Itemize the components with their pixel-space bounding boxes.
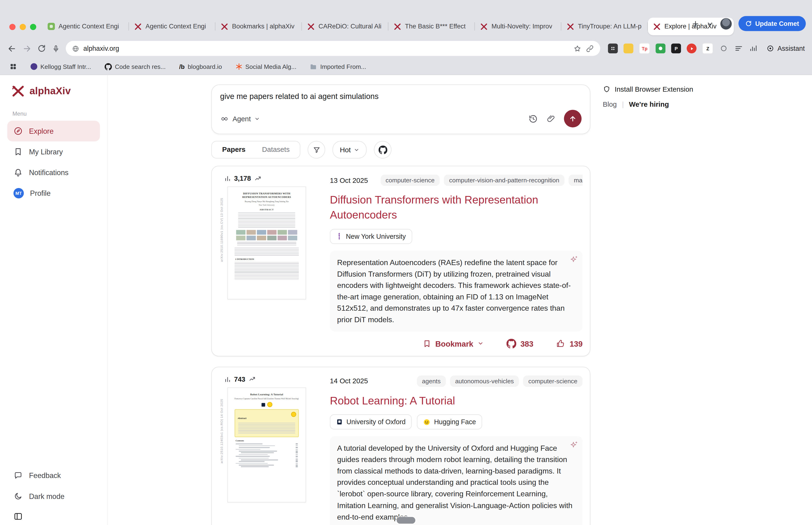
update-comet-button[interactable]: Update Comet [739,16,806,31]
bookmark-button[interactable]: Bookmark [423,339,484,348]
extensions-row: Tp P Z [608,43,729,54]
back-icon[interactable] [7,44,17,53]
minimize-window-button[interactable] [20,24,26,30]
funnel-icon [313,146,321,153]
attachment-icon[interactable] [546,114,556,123]
org-chip-nyu[interactable]: New York University [330,229,412,244]
paper-stats: 743 [218,373,322,383]
reload-icon[interactable] [37,44,46,52]
sidebar-item-explore[interactable]: Explore [7,121,100,141]
tab-1[interactable]: Agentic Context Engi [129,18,215,35]
search-input[interactable]: give me papers related to ai agent simul… [220,92,582,100]
paper-card: 3,178 arXiv:2510.11690v1 [cs.CV] 13 Oct … [211,166,590,356]
tag[interactable]: autonomous-vehicles [450,376,519,387]
bookmark-item-code-search[interactable]: Code search res... [105,63,166,70]
huggingface-mini-logo [291,412,296,417]
github-count: 383 [520,339,533,348]
org-chip-huggingface[interactable]: Hugging Face [417,415,482,430]
blog-link[interactable]: Blog [603,101,617,108]
alphaxiv-favicon [566,22,574,30]
agent-mode-dropdown[interactable]: Agent [220,114,260,123]
view-count: 743 [234,376,245,383]
bookmark-folder-imported[interactable]: Imported From... [310,63,366,70]
activity-icon[interactable] [749,44,758,52]
sidebar-collapse[interactable] [0,507,107,521]
paper-title[interactable]: Diffusion Transformers with Representati… [330,192,583,223]
tab-2[interactable]: Bookmarks | alphaXiv [215,18,302,35]
install-extension-link[interactable]: Install Browser Extension [603,86,693,93]
assistant-button[interactable]: Assistant [767,45,805,52]
like-button[interactable]: 139 [556,339,582,348]
extension-icon-5[interactable]: P [671,44,681,53]
extension-icon-3[interactable]: Tp [639,43,650,54]
sidebar-item-dark-mode[interactable]: Dark mode [7,486,100,507]
extension-icon-2[interactable] [624,44,633,53]
paper-thumbnail[interactable]: Robot Learning: A Tutorial Francesco Cap… [227,388,306,502]
tab-0[interactable]: Agentic Context Engi [43,18,128,35]
tag[interactable]: computer-vision-and-pattern-recognition [444,175,565,186]
paper-date: 14 Oct 2025 [330,377,368,385]
alphaxiv-favicon [220,22,228,30]
paper-card-left: 3,178 arXiv:2510.11690v1 [cs.CV] 13 Oct … [218,172,322,350]
sidebar-item-my-library[interactable]: My Library [7,141,100,162]
address-bar[interactable]: alphaxiv.org [66,41,600,56]
github-filter-button[interactable] [374,141,392,159]
alphaxiv-logo[interactable]: alphaXiv [0,84,107,98]
tag[interactable]: machine-learning [569,175,582,186]
tag[interactable]: computer-science [523,376,583,387]
paper-thumbnail[interactable]: DIFFUSION TRANSFORMERS WITH REPRESENTATI… [227,186,306,299]
tab-datasets[interactable]: Datasets [254,141,298,158]
close-window-button[interactable] [10,24,16,30]
forward-icon[interactable] [22,44,32,53]
sidebar-item-feedback[interactable]: Feedback [7,465,100,486]
extension-icon-6[interactable] [687,44,696,53]
bookmark-item-blogboard[interactable]: /b blogboard.io [179,63,222,70]
scroll-indicator[interactable] [397,517,415,524]
extension-icon-7[interactable]: Z [702,43,713,54]
profile-avatar[interactable] [720,18,732,29]
hiring-link[interactable]: We're hiring [629,101,669,108]
paper-title[interactable]: Robot Learning: A Tutorial [330,393,583,408]
ai-sparkle-icon[interactable] [569,255,579,264]
blog-row: Blog | We're hiring [603,101,693,108]
tab-3[interactable]: CAReDiO: Cultural Ali [302,18,388,35]
tab-search-chevron-icon[interactable] [706,20,714,27]
paper-date: 13 Oct 2025 [330,176,368,184]
filter-button[interactable] [308,141,325,159]
tab-strip: Agentic Context Engi Agentic Context Eng… [0,0,812,38]
oxford-crest-icon [336,419,343,425]
bookmark-item-kellogg[interactable]: Kellogg Staff Intr... [31,63,91,70]
new-tab-icon[interactable] [691,19,700,28]
extension-icon-8[interactable] [719,44,729,53]
github-stars[interactable]: 383 [506,339,533,348]
tab-5[interactable]: Multi-Novelty: Improv [475,18,561,35]
extension-icon-4[interactable] [656,44,665,53]
sidebar-item-profile[interactable]: MT Profile [7,183,100,204]
tab-papers[interactable]: Papers [214,141,254,158]
asterisk-favicon [235,63,242,70]
extension-icon-1[interactable] [608,44,618,53]
org-chip-oxford[interactable]: University of Oxford [330,415,412,430]
tab-4[interactable]: The Basic B*** Effect [388,18,474,35]
search-box[interactable]: give me papers related to ai agent simul… [211,84,590,134]
history-icon[interactable] [528,114,538,124]
tag[interactable]: agents [417,376,446,387]
apps-grid-icon[interactable] [10,63,17,71]
microphone-icon[interactable] [52,44,60,52]
bookmark-item-social-media[interactable]: Social Media Alg... [235,63,296,70]
search-actions [528,110,582,127]
org-name: University of Oxford [347,418,406,426]
ai-sparkle-icon[interactable] [569,440,579,450]
sort-dropdown[interactable]: Hot [333,141,367,159]
alphaxiv-favicon [480,22,488,30]
zoom-window-button[interactable] [30,24,36,30]
oxford-mini-logo [261,403,265,407]
bookmark-star-icon[interactable] [573,44,582,52]
menu-lines-icon[interactable] [734,44,743,52]
copy-link-icon[interactable] [586,44,594,52]
submit-query-button[interactable] [564,110,582,127]
sidebar-item-notifications[interactable]: Notifications [7,162,100,183]
tag[interactable]: computer-science [380,175,440,186]
github-icon [506,339,516,348]
tab-6[interactable]: TinyTroupe: An LLM-p [561,18,647,35]
